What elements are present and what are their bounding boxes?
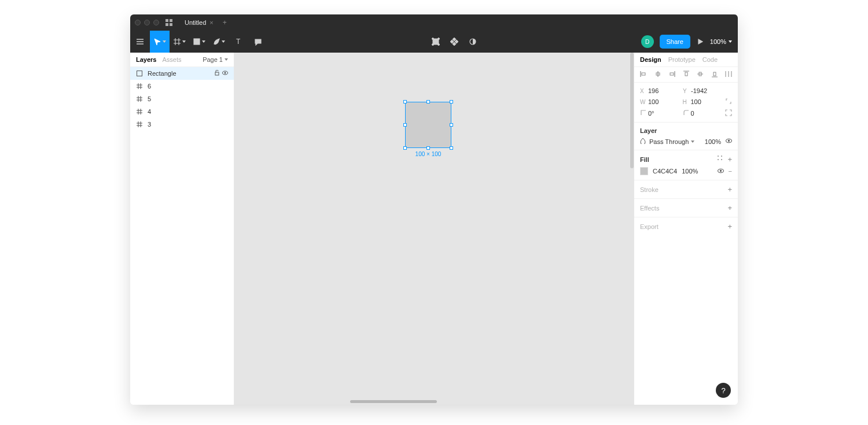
svg-rect-54 xyxy=(713,72,716,76)
fill-hex-input[interactable]: C4C4C4 xyxy=(653,168,677,175)
project-switcher-icon[interactable] xyxy=(165,19,173,27)
layer-row-3[interactable]: 3 xyxy=(130,118,234,131)
layer-row-5[interactable]: 5 xyxy=(130,93,234,105)
layer-row-rectangle[interactable]: Rectangle xyxy=(130,67,234,80)
window-controls[interactable] xyxy=(135,20,159,25)
layer-opacity-input[interactable]: 100% xyxy=(705,138,721,145)
styles-icon[interactable] xyxy=(717,155,723,164)
add-effect-icon[interactable]: + xyxy=(727,204,732,212)
resize-handle-ml[interactable] xyxy=(403,123,407,127)
align-hcenter-icon[interactable] xyxy=(654,71,661,79)
canvas[interactable]: 100 × 100 xyxy=(234,53,634,405)
frame-icon xyxy=(136,121,143,128)
minimize-window-icon[interactable] xyxy=(144,20,150,25)
svg-point-14 xyxy=(432,38,434,40)
mask-icon[interactable] xyxy=(469,31,477,53)
layer-section: Layer Pass Through 100% xyxy=(634,123,738,150)
blend-mode-select[interactable]: Pass Through xyxy=(649,138,694,145)
x-input[interactable]: 196 xyxy=(648,87,683,94)
tab-assets[interactable]: Assets xyxy=(162,56,181,63)
close-window-icon[interactable] xyxy=(135,20,141,25)
present-icon[interactable] xyxy=(696,31,704,53)
layer-row-6[interactable]: 6 xyxy=(130,80,234,93)
remove-fill-icon[interactable]: − xyxy=(729,168,732,175)
page-selector[interactable]: Page 1 xyxy=(203,56,228,63)
user-avatar[interactable]: D xyxy=(641,35,654,48)
add-stroke-icon[interactable]: + xyxy=(727,185,732,194)
layer-row-4[interactable]: 4 xyxy=(130,105,234,118)
y-input[interactable]: -1942 xyxy=(691,87,726,94)
svg-point-16 xyxy=(432,44,434,46)
align-vcenter-icon[interactable] xyxy=(697,71,704,79)
svg-point-26 xyxy=(225,72,226,74)
svg-rect-3 xyxy=(170,23,172,26)
left-panel-tabs: Layers Assets Page 1 xyxy=(130,53,234,67)
tab-layers[interactable]: Layers xyxy=(136,56,156,63)
zoom-select[interactable]: 100% xyxy=(710,38,732,45)
layer-label: 6 xyxy=(148,83,151,90)
fill-swatch[interactable] xyxy=(640,167,648,175)
edit-object-icon[interactable] xyxy=(432,31,440,53)
svg-rect-18 xyxy=(453,38,456,41)
shape-tool-icon[interactable] xyxy=(189,31,209,53)
tab-code[interactable]: Code xyxy=(703,56,718,63)
resize-handle-tl[interactable] xyxy=(403,100,407,104)
resize-handle-bm[interactable] xyxy=(426,146,430,150)
svg-point-65 xyxy=(719,169,721,171)
add-fill-icon[interactable]: + xyxy=(727,155,732,164)
svg-rect-20 xyxy=(450,40,454,43)
svg-rect-13 xyxy=(433,39,439,45)
align-left-icon[interactable] xyxy=(640,71,647,79)
corner-input[interactable]: 0 xyxy=(690,110,725,117)
resize-handle-tm[interactable] xyxy=(426,100,430,104)
text-tool-icon[interactable]: T xyxy=(229,31,248,53)
fill-visibility-icon[interactable] xyxy=(718,168,724,175)
pen-tool-icon[interactable] xyxy=(209,31,229,53)
resize-handle-mr[interactable] xyxy=(450,123,453,127)
align-top-icon[interactable] xyxy=(683,71,690,79)
tab-close-icon[interactable]: × xyxy=(209,19,213,26)
toolbar-left: T xyxy=(130,31,268,53)
create-component-icon[interactable] xyxy=(450,31,458,53)
share-button[interactable]: Share xyxy=(660,35,690,49)
help-button[interactable]: ? xyxy=(716,383,731,398)
menu-icon[interactable] xyxy=(130,31,150,53)
tab-prototype[interactable]: Prototype xyxy=(668,56,696,63)
fill-section: Fill + C4C4C4 100% − xyxy=(634,150,738,180)
svg-point-17 xyxy=(438,44,440,46)
vertical-scrollbar[interactable] xyxy=(630,53,634,168)
blend-icon[interactable] xyxy=(640,138,646,145)
resize-handle-br[interactable] xyxy=(450,146,453,150)
rotation-input[interactable]: 0° xyxy=(648,110,683,117)
visibility-icon[interactable] xyxy=(222,70,228,77)
resize-handle-tr[interactable] xyxy=(450,100,453,104)
svg-rect-19 xyxy=(453,42,456,46)
independent-corners-icon[interactable] xyxy=(725,109,732,117)
maximize-window-icon[interactable] xyxy=(153,20,159,25)
svg-rect-11 xyxy=(194,39,200,45)
selected-rectangle[interactable] xyxy=(405,102,451,148)
svg-point-61 xyxy=(721,156,722,157)
effects-section: Effects + xyxy=(634,199,738,217)
resize-handle-bl[interactable] xyxy=(403,146,407,150)
comment-tool-icon[interactable] xyxy=(248,31,268,53)
align-right-icon[interactable] xyxy=(668,71,675,79)
add-export-icon[interactable]: + xyxy=(727,222,732,231)
move-tool-icon[interactable] xyxy=(150,31,170,53)
new-tab-button[interactable]: + xyxy=(223,19,227,27)
tab-untitled[interactable]: Untitled × xyxy=(180,19,218,26)
unlock-icon[interactable] xyxy=(214,70,220,77)
fill-opacity-input[interactable]: 100% xyxy=(682,168,698,175)
layer-label: 4 xyxy=(148,108,151,115)
w-input[interactable]: 100 xyxy=(648,98,683,105)
frame-tool-icon[interactable] xyxy=(170,31,189,53)
align-bottom-icon[interactable] xyxy=(711,71,718,79)
tab-design[interactable]: Design xyxy=(640,56,661,63)
horizontal-scrollbar[interactable] xyxy=(350,400,437,403)
svg-point-60 xyxy=(718,156,719,157)
distribute-icon[interactable] xyxy=(725,71,732,79)
h-input[interactable]: 100 xyxy=(690,98,725,105)
constrain-icon[interactable] xyxy=(725,98,732,106)
toolbar: T D Share 100% xyxy=(130,31,738,53)
layer-visibility-icon[interactable] xyxy=(726,138,732,145)
